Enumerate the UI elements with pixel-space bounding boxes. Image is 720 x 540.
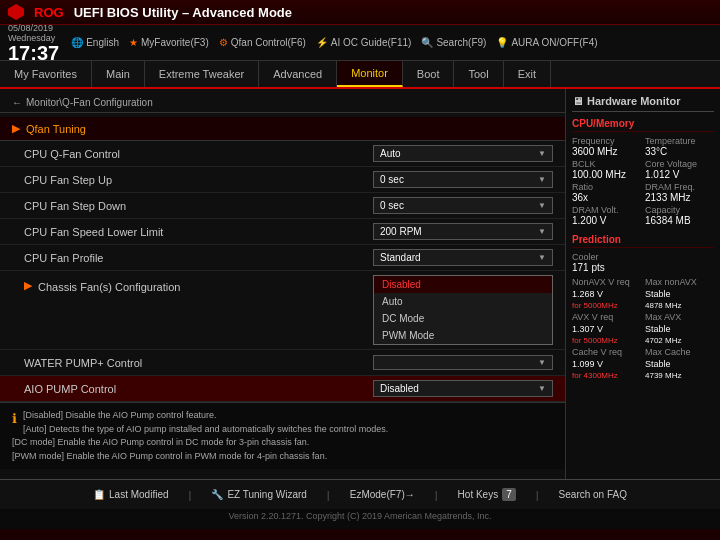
cpu-memory-section-title: CPU/Memory [572,118,714,132]
tab-monitor[interactable]: Monitor [337,61,403,87]
info-line-4: [PWM mode] Enable the AIO Pump control i… [12,450,553,464]
aura-icon: 💡 [496,37,508,48]
tab-exit[interactable]: Exit [504,61,551,87]
info-line-1: [Disabled] Disable the AIO Pump control … [12,409,553,423]
cache-value: 1.099 V [572,359,641,369]
cpu-qfan-label: CPU Q-Fan Control [24,148,373,160]
footer-hot-keys[interactable]: Hot Keys 7 [458,488,516,501]
chassis-dropdown-area[interactable]: Disabled Auto DC Mode PWM Mode [373,275,553,345]
temp-value: 33°C [645,146,714,157]
ratio-cell: Ratio 36x [572,182,641,203]
tab-main[interactable]: Main [92,61,145,87]
chassis-arrow-icon: ▶ [24,279,32,292]
capacity-label: Capacity [645,205,714,215]
max-nonavx-label: Max nonAVX [645,277,714,287]
chassis-label: Chassis Fan(s) Configuration [38,278,373,293]
version-text: Version 2.20.1271. Copyright (C) 2019 Am… [228,511,491,521]
cpu-fan-step-up-dropdown[interactable]: 0 sec ▼ [373,171,553,188]
max-avx-freq: 4702 MHz [645,336,714,345]
qfan-section-header[interactable]: ▶ Qfan Tuning [0,117,565,141]
tab-advanced[interactable]: Advanced [259,61,337,87]
rog-icon [8,4,24,20]
ezmode-label: EzMode(F7)→ [350,489,415,500]
shortcut-aioc[interactable]: ⚡ AI OC Guide(F11) [316,37,412,48]
info-icon: ℹ [12,409,17,429]
cpu-fan-speed-lower-dropdown[interactable]: 200 RPM ▼ [373,223,553,240]
ez-tuning-label: EZ Tuning Wizard [227,489,306,500]
cpu-qfan-dropdown[interactable]: Auto ▼ [373,145,553,162]
dropdown-arrow-icon: ▼ [538,175,546,184]
ez-tuning-icon: 🔧 [211,489,223,500]
chassis-option-disabled[interactable]: Disabled [374,276,552,293]
tab-tool[interactable]: Tool [454,61,503,87]
aioc-label: AI OC Guide(F11) [331,37,412,48]
cpu-fan-step-down-dropdown[interactable]: 0 sec ▼ [373,197,553,214]
setting-aio-pump: AIO PUMP Control Disabled ▼ [0,376,565,402]
footer-ez-tuning[interactable]: 🔧 EZ Tuning Wizard [211,489,306,500]
chassis-dropdown-list[interactable]: Disabled Auto DC Mode PWM Mode [373,275,553,345]
shortcut-search[interactable]: 🔍 Search(F9) [421,37,486,48]
bclk-cell: BCLK 100.00 MHz [572,159,641,180]
shortcut-qfan[interactable]: ⚙ Qfan Control(F6) [219,37,306,48]
dram-freq-value: 2133 MHz [645,192,714,203]
dram-volt-cell: DRAM Volt. 1.200 V [572,205,641,226]
footer-sep-4: | [536,489,539,501]
tab-extreme-tweaker[interactable]: Extreme Tweaker [145,61,259,87]
water-pump-dropdown[interactable]: ▼ [373,355,553,370]
setting-cpu-fan-step-up: CPU Fan Step Up 0 sec ▼ [0,167,565,193]
ratio-label: Ratio [572,182,641,192]
hotkeys-label: Hot Keys [458,489,499,500]
cache-freq-label: for 4300MHz [572,371,641,380]
tab-boot[interactable]: Boot [403,61,455,87]
hw-monitor-label: Hardware Monitor [587,95,681,107]
setting-cpu-fan-speed-lower: CPU Fan Speed Lower Limit 200 RPM ▼ [0,219,565,245]
breadcrumb: ← Monitor\Q-Fan Configuration [0,95,565,113]
avx-freq-label: for 5000MHz [572,336,641,345]
info-box: ℹ [Disabled] Disable the AIO Pump contro… [0,402,565,469]
max-cache-label: Max Cache [645,347,714,357]
shortcut-favorites[interactable]: ★ MyFavorite(F3) [129,37,209,48]
hw-monitor-title: 🖥 Hardware Monitor [572,95,714,112]
tab-my-favorites[interactable]: My Favorites [0,61,92,87]
aio-pump-label: AIO PUMP Control [24,383,373,395]
cpu-fan-profile-dropdown[interactable]: Standard ▼ [373,249,553,266]
search-faq-label: Search on FAQ [559,489,627,500]
prediction-section: Cooler 171 pts NonAVX V req Max nonAVX 1… [572,252,714,380]
footer-search-faq[interactable]: Search on FAQ [559,489,627,500]
avx-value: 1.307 V [572,324,641,334]
footer-ezmode[interactable]: EzMode(F7)→ [350,489,415,500]
setting-cpu-fan-step-down: CPU Fan Step Down 0 sec ▼ [0,193,565,219]
dropdown-arrow-icon: ▼ [538,227,546,236]
max-cache-freq: 4739 MHz [645,371,714,380]
dram-freq-cell: DRAM Freq. 2133 MHz [645,182,714,203]
cpu-fan-step-up-label: CPU Fan Step Up [24,174,373,186]
content-panel: ← Monitor\Q-Fan Configuration ▶ Qfan Tun… [0,89,565,479]
nonavx-value: 1.268 V [572,289,641,299]
chassis-option-auto[interactable]: Auto [374,293,552,310]
freq-cell: Frequency 3600 MHz [572,136,641,157]
footer-last-modified[interactable]: 📋 Last Modified [93,489,168,500]
search-icon: 🔍 [421,37,433,48]
hw-monitor-panel: 🖥 Hardware Monitor CPU/Memory Frequency … [565,89,720,479]
language-icon: 🌐 [71,37,83,48]
cooler-label: Cooler [572,252,714,262]
aio-pump-dropdown[interactable]: Disabled ▼ [373,380,553,397]
info-bar: 05/08/2019 Wednesday 17:37 🌐 English ★ M… [0,25,720,61]
footer-bar: 📋 Last Modified | 🔧 EZ Tuning Wizard | E… [0,479,720,509]
max-avx-value: Stable [645,324,714,334]
back-arrow-icon[interactable]: ← [12,97,22,108]
language-label: English [86,37,119,48]
shortcut-language[interactable]: 🌐 English [71,37,119,48]
shortcut-aura[interactable]: 💡 AURA ON/OFF(F4) [496,37,597,48]
favorites-label: MyFavorite(F3) [141,37,209,48]
chassis-option-dc[interactable]: DC Mode [374,310,552,327]
avx-label: AVX V req [572,312,641,322]
info-text: [Disabled] Disable the AIO Pump control … [12,409,553,463]
setting-chassis-fan: ▶ Chassis Fan(s) Configuration Disabled … [0,271,565,350]
chassis-option-pwm[interactable]: PWM Mode [374,327,552,344]
dram-volt-value: 1.200 V [572,215,641,226]
cpu-fan-speed-lower-label: CPU Fan Speed Lower Limit [24,226,373,238]
cache-label: Cache V req [572,347,641,357]
setting-cpu-qfan-control: CPU Q-Fan Control Auto ▼ [0,141,565,167]
search-label: Search(F9) [436,37,486,48]
